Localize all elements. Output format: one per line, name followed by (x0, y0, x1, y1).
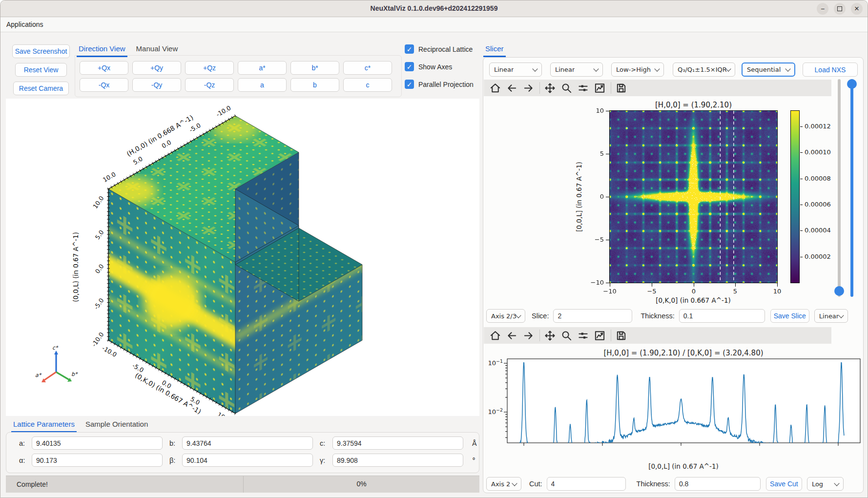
direction-button-b[interactable]: b (290, 78, 339, 92)
tab-sample-orientation[interactable]: Sample Orientation (83, 419, 150, 433)
cut-scale-combo[interactable]: Log (807, 477, 844, 491)
slicer-combo-4[interactable]: Sequential (742, 62, 795, 77)
save-screenshot-button[interactable]: Save Screenshot (12, 44, 70, 58)
slicer-combo-0[interactable]: Linear (489, 62, 542, 77)
slice-xtick: 10 (767, 288, 787, 295)
colorbar-max-slider[interactable] (846, 79, 858, 297)
back-icon[interactable] (505, 329, 518, 342)
combo-value: Sequential (747, 66, 781, 73)
minimize-button[interactable]: − (817, 3, 828, 15)
direction-button-Qz[interactable]: +Qz (185, 61, 234, 75)
close-icon: × (854, 4, 859, 14)
param-input-α[interactable] (32, 454, 163, 467)
direction-button-Qx[interactable]: +Qx (80, 61, 128, 75)
home-icon[interactable] (489, 82, 501, 94)
slice-label: Slice: (532, 312, 549, 320)
param-input-a[interactable] (32, 436, 163, 450)
forward-icon[interactable] (522, 329, 535, 342)
maximize-button[interactable] (834, 3, 846, 15)
forward-icon[interactable] (522, 82, 535, 94)
slice-thickness-input[interactable] (679, 309, 765, 323)
colorbar-tick: 0.00004 (805, 227, 839, 234)
slice-ytick: −10 (584, 279, 604, 286)
save-icon[interactable] (615, 329, 627, 342)
close-button[interactable]: × (851, 3, 863, 15)
direction-button-a[interactable]: a* (238, 61, 287, 75)
direction-button-Qy[interactable]: -Qy (132, 78, 181, 92)
save-cut-button[interactable]: Save Cut (766, 477, 802, 491)
tab-lattice-parameters[interactable]: Lattice Parameters (11, 419, 77, 433)
direction-button-c[interactable]: c (343, 78, 392, 92)
colorbar-min-slider[interactable] (833, 79, 846, 297)
viewport-3d[interactable]: -10.0-5.00.05.010.010.05.00.0-5.0-10.0-1… (6, 99, 479, 416)
pan-icon[interactable] (543, 329, 556, 342)
slice-axis-combo[interactable]: Axis 2/3 (486, 309, 525, 323)
tick-mark (610, 283, 610, 287)
zoom-icon[interactable] (560, 82, 573, 94)
reset-camera-button[interactable]: Reset Camera (13, 82, 69, 95)
param-input-β[interactable] (182, 454, 313, 467)
slicer-combo-2[interactable]: Low->High (611, 62, 664, 77)
axis-tick-label: 10.0 (102, 170, 117, 184)
param-input-b[interactable] (182, 436, 313, 450)
b-star-label: b* (71, 371, 78, 377)
slice-xtick: 5 (725, 288, 745, 295)
cut-value-input[interactable] (547, 477, 626, 491)
save-slice-button[interactable]: Save Slice (770, 309, 809, 323)
pan-icon[interactable] (543, 82, 556, 94)
direction-button-Qx[interactable]: -Qx (80, 78, 128, 92)
slice-scale-combo[interactable]: Linear (814, 309, 848, 323)
max-slider-handle[interactable] (847, 79, 857, 89)
plot-customize-icon[interactable] (593, 82, 606, 94)
direction-button-Qz[interactable]: -Qz (185, 78, 234, 92)
lattice-parameters-pane: a:b:c:Åα:β:γ:° (6, 432, 479, 473)
svg-text:10−1: 10−1 (488, 358, 503, 367)
sliders-icon[interactable] (577, 329, 589, 342)
tick-mark (606, 154, 609, 154)
checkbox-label: Show Axes (418, 63, 452, 71)
cut-thickness-input[interactable] (675, 477, 761, 491)
save-icon[interactable] (615, 82, 627, 94)
direction-button-Qy[interactable]: +Qy (132, 61, 181, 75)
chevron-down-icon (785, 66, 790, 71)
reset-view-button[interactable]: Reset View (15, 63, 67, 77)
back-icon[interactable] (505, 82, 518, 94)
checkmark-icon: ✓ (407, 81, 413, 88)
load-nxs-button[interactable]: Load NXS (803, 62, 858, 77)
zoom-icon[interactable] (560, 329, 573, 342)
progress-bar: 0% (243, 476, 479, 493)
direction-button-a[interactable]: a (238, 78, 287, 92)
tab-slicer[interactable]: Slicer (483, 43, 506, 57)
home-icon[interactable] (489, 329, 501, 342)
min-slider-handle[interactable] (834, 286, 844, 296)
axis-tick-label: -10.0 (101, 344, 118, 358)
axis-tick-label: 0.0 (160, 139, 172, 150)
tick-mark (800, 126, 803, 127)
slicer-combo-3[interactable]: Q₃/Q₁±1.5×IQR (673, 62, 735, 77)
slice-ytick: 0 (584, 193, 604, 200)
checkbox-parallel-projection[interactable]: ✓ (405, 80, 414, 89)
lattice-row-1: α:β:γ:° (6, 454, 479, 467)
cut-axis-combo[interactable]: Axis 2 (486, 477, 521, 491)
param-input-γ[interactable] (332, 454, 463, 467)
direction-button-c[interactable]: c* (343, 61, 392, 75)
tick-mark (606, 111, 609, 111)
slice-value-input[interactable] (553, 309, 632, 323)
checkbox-show-axes[interactable]: ✓ (405, 62, 414, 71)
plot-toolbar-slice (484, 80, 831, 96)
slice-heatmap-plot[interactable] (609, 110, 778, 283)
tick-mark (800, 230, 803, 231)
slicer-combo-1[interactable]: Linear (550, 62, 603, 77)
menu-applications[interactable]: Applications (6, 21, 43, 28)
sliders-icon[interactable] (577, 82, 589, 94)
param-input-c[interactable] (332, 436, 463, 450)
cut-xlabel: [0,0,L] (in 0.67 A^-1) (648, 462, 719, 470)
render-options: ✓Reciprocal Lattice✓Show Axes✓Parallel P… (405, 44, 474, 97)
checkbox-reciprocal-lattice[interactable]: ✓ (405, 44, 414, 54)
direction-button-b[interactable]: b* (290, 61, 339, 75)
slice-ytick: 10 (584, 107, 604, 114)
tick-mark (800, 179, 803, 179)
direction-button-grid: +Qx+Qy+Qza*b*c*-Qx-Qy-Qzabc (80, 61, 397, 92)
cut-line-plot[interactable]: [H,0,0] = (1.90,2.10) / [0,K,0] = (3.20,… (483, 346, 864, 474)
plot-customize-icon[interactable] (593, 329, 606, 342)
